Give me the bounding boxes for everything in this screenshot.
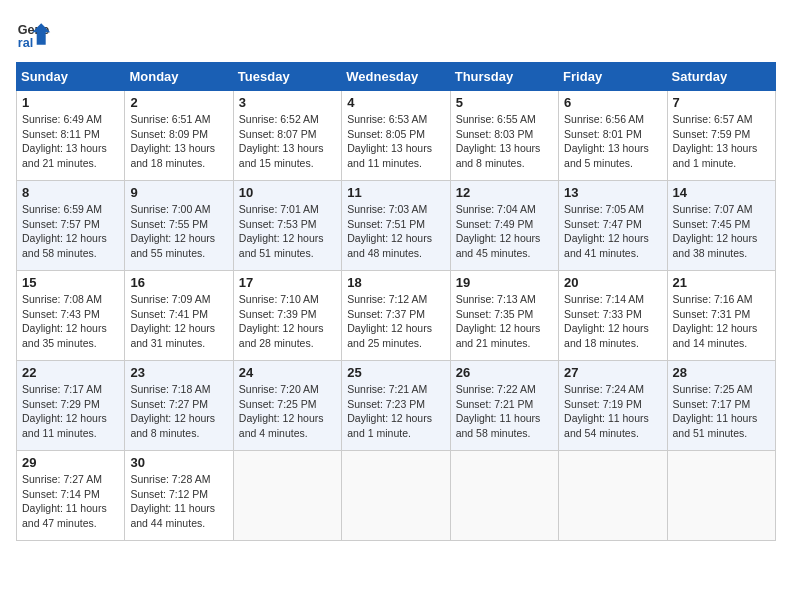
day-info: Sunrise: 6:53 AMSunset: 8:05 PMDaylight:… bbox=[347, 112, 444, 171]
calendar-cell: 7Sunrise: 6:57 AMSunset: 7:59 PMDaylight… bbox=[667, 91, 775, 181]
day-info: Sunrise: 7:21 AMSunset: 7:23 PMDaylight:… bbox=[347, 382, 444, 441]
day-number: 26 bbox=[456, 365, 553, 380]
day-number: 14 bbox=[673, 185, 770, 200]
day-info: Sunrise: 7:00 AMSunset: 7:55 PMDaylight:… bbox=[130, 202, 227, 261]
day-info: Sunrise: 7:01 AMSunset: 7:53 PMDaylight:… bbox=[239, 202, 336, 261]
day-number: 13 bbox=[564, 185, 661, 200]
calendar-cell: 17Sunrise: 7:10 AMSunset: 7:39 PMDayligh… bbox=[233, 271, 341, 361]
day-number: 21 bbox=[673, 275, 770, 290]
day-info: Sunrise: 7:28 AMSunset: 7:12 PMDaylight:… bbox=[130, 472, 227, 531]
day-number: 9 bbox=[130, 185, 227, 200]
day-info: Sunrise: 7:10 AMSunset: 7:39 PMDaylight:… bbox=[239, 292, 336, 351]
day-info: Sunrise: 7:16 AMSunset: 7:31 PMDaylight:… bbox=[673, 292, 770, 351]
day-number: 19 bbox=[456, 275, 553, 290]
day-info: Sunrise: 7:13 AMSunset: 7:35 PMDaylight:… bbox=[456, 292, 553, 351]
calendar-cell: 15Sunrise: 7:08 AMSunset: 7:43 PMDayligh… bbox=[17, 271, 125, 361]
day-info: Sunrise: 7:25 AMSunset: 7:17 PMDaylight:… bbox=[673, 382, 770, 441]
calendar-cell: 23Sunrise: 7:18 AMSunset: 7:27 PMDayligh… bbox=[125, 361, 233, 451]
day-number: 23 bbox=[130, 365, 227, 380]
day-number: 25 bbox=[347, 365, 444, 380]
day-number: 30 bbox=[130, 455, 227, 470]
day-info: Sunrise: 7:05 AMSunset: 7:47 PMDaylight:… bbox=[564, 202, 661, 261]
day-info: Sunrise: 6:52 AMSunset: 8:07 PMDaylight:… bbox=[239, 112, 336, 171]
day-info: Sunrise: 7:04 AMSunset: 7:49 PMDaylight:… bbox=[456, 202, 553, 261]
calendar-cell: 6Sunrise: 6:56 AMSunset: 8:01 PMDaylight… bbox=[559, 91, 667, 181]
calendar-cell: 21Sunrise: 7:16 AMSunset: 7:31 PMDayligh… bbox=[667, 271, 775, 361]
day-info: Sunrise: 7:03 AMSunset: 7:51 PMDaylight:… bbox=[347, 202, 444, 261]
day-info: Sunrise: 6:57 AMSunset: 7:59 PMDaylight:… bbox=[673, 112, 770, 171]
calendar-cell bbox=[342, 451, 450, 541]
calendar-cell: 12Sunrise: 7:04 AMSunset: 7:49 PMDayligh… bbox=[450, 181, 558, 271]
day-number: 4 bbox=[347, 95, 444, 110]
calendar-cell: 1Sunrise: 6:49 AMSunset: 8:11 PMDaylight… bbox=[17, 91, 125, 181]
day-number: 28 bbox=[673, 365, 770, 380]
day-info: Sunrise: 6:49 AMSunset: 8:11 PMDaylight:… bbox=[22, 112, 119, 171]
day-number: 11 bbox=[347, 185, 444, 200]
day-info: Sunrise: 6:59 AMSunset: 7:57 PMDaylight:… bbox=[22, 202, 119, 261]
calendar-cell: 10Sunrise: 7:01 AMSunset: 7:53 PMDayligh… bbox=[233, 181, 341, 271]
day-number: 8 bbox=[22, 185, 119, 200]
day-number: 5 bbox=[456, 95, 553, 110]
calendar-cell: 25Sunrise: 7:21 AMSunset: 7:23 PMDayligh… bbox=[342, 361, 450, 451]
day-info: Sunrise: 6:56 AMSunset: 8:01 PMDaylight:… bbox=[564, 112, 661, 171]
weekday-header-wednesday: Wednesday bbox=[342, 63, 450, 91]
calendar-cell: 18Sunrise: 7:12 AMSunset: 7:37 PMDayligh… bbox=[342, 271, 450, 361]
calendar-cell bbox=[559, 451, 667, 541]
day-number: 15 bbox=[22, 275, 119, 290]
day-info: Sunrise: 7:08 AMSunset: 7:43 PMDaylight:… bbox=[22, 292, 119, 351]
calendar-week-row: 8Sunrise: 6:59 AMSunset: 7:57 PMDaylight… bbox=[17, 181, 776, 271]
calendar-cell: 26Sunrise: 7:22 AMSunset: 7:21 PMDayligh… bbox=[450, 361, 558, 451]
weekday-header-tuesday: Tuesday bbox=[233, 63, 341, 91]
day-number: 29 bbox=[22, 455, 119, 470]
day-info: Sunrise: 6:55 AMSunset: 8:03 PMDaylight:… bbox=[456, 112, 553, 171]
day-info: Sunrise: 7:17 AMSunset: 7:29 PMDaylight:… bbox=[22, 382, 119, 441]
calendar-cell: 20Sunrise: 7:14 AMSunset: 7:33 PMDayligh… bbox=[559, 271, 667, 361]
day-number: 6 bbox=[564, 95, 661, 110]
weekday-header-sunday: Sunday bbox=[17, 63, 125, 91]
weekday-header-saturday: Saturday bbox=[667, 63, 775, 91]
day-number: 16 bbox=[130, 275, 227, 290]
calendar-cell: 4Sunrise: 6:53 AMSunset: 8:05 PMDaylight… bbox=[342, 91, 450, 181]
day-number: 22 bbox=[22, 365, 119, 380]
day-number: 7 bbox=[673, 95, 770, 110]
day-info: Sunrise: 6:51 AMSunset: 8:09 PMDaylight:… bbox=[130, 112, 227, 171]
page-header: Gene ral bbox=[16, 16, 776, 52]
calendar-cell: 5Sunrise: 6:55 AMSunset: 8:03 PMDaylight… bbox=[450, 91, 558, 181]
day-info: Sunrise: 7:14 AMSunset: 7:33 PMDaylight:… bbox=[564, 292, 661, 351]
day-number: 3 bbox=[239, 95, 336, 110]
calendar-table: SundayMondayTuesdayWednesdayThursdayFrid… bbox=[16, 62, 776, 541]
calendar-cell: 22Sunrise: 7:17 AMSunset: 7:29 PMDayligh… bbox=[17, 361, 125, 451]
day-number: 10 bbox=[239, 185, 336, 200]
day-number: 18 bbox=[347, 275, 444, 290]
day-number: 20 bbox=[564, 275, 661, 290]
calendar-cell: 28Sunrise: 7:25 AMSunset: 7:17 PMDayligh… bbox=[667, 361, 775, 451]
day-number: 2 bbox=[130, 95, 227, 110]
day-info: Sunrise: 7:07 AMSunset: 7:45 PMDaylight:… bbox=[673, 202, 770, 261]
logo-icon: Gene ral bbox=[16, 16, 52, 52]
calendar-cell: 3Sunrise: 6:52 AMSunset: 8:07 PMDaylight… bbox=[233, 91, 341, 181]
calendar-cell: 14Sunrise: 7:07 AMSunset: 7:45 PMDayligh… bbox=[667, 181, 775, 271]
calendar-week-row: 22Sunrise: 7:17 AMSunset: 7:29 PMDayligh… bbox=[17, 361, 776, 451]
calendar-week-row: 29Sunrise: 7:27 AMSunset: 7:14 PMDayligh… bbox=[17, 451, 776, 541]
day-number: 24 bbox=[239, 365, 336, 380]
day-info: Sunrise: 7:24 AMSunset: 7:19 PMDaylight:… bbox=[564, 382, 661, 441]
calendar-cell: 2Sunrise: 6:51 AMSunset: 8:09 PMDaylight… bbox=[125, 91, 233, 181]
day-info: Sunrise: 7:09 AMSunset: 7:41 PMDaylight:… bbox=[130, 292, 227, 351]
day-info: Sunrise: 7:20 AMSunset: 7:25 PMDaylight:… bbox=[239, 382, 336, 441]
calendar-cell: 27Sunrise: 7:24 AMSunset: 7:19 PMDayligh… bbox=[559, 361, 667, 451]
calendar-cell bbox=[233, 451, 341, 541]
day-info: Sunrise: 7:27 AMSunset: 7:14 PMDaylight:… bbox=[22, 472, 119, 531]
day-info: Sunrise: 7:18 AMSunset: 7:27 PMDaylight:… bbox=[130, 382, 227, 441]
day-number: 27 bbox=[564, 365, 661, 380]
weekday-header-thursday: Thursday bbox=[450, 63, 558, 91]
calendar-week-row: 15Sunrise: 7:08 AMSunset: 7:43 PMDayligh… bbox=[17, 271, 776, 361]
calendar-cell: 16Sunrise: 7:09 AMSunset: 7:41 PMDayligh… bbox=[125, 271, 233, 361]
calendar-cell bbox=[667, 451, 775, 541]
calendar-cell: 24Sunrise: 7:20 AMSunset: 7:25 PMDayligh… bbox=[233, 361, 341, 451]
calendar-cell: 29Sunrise: 7:27 AMSunset: 7:14 PMDayligh… bbox=[17, 451, 125, 541]
weekday-header-friday: Friday bbox=[559, 63, 667, 91]
calendar-cell: 13Sunrise: 7:05 AMSunset: 7:47 PMDayligh… bbox=[559, 181, 667, 271]
weekday-header-monday: Monday bbox=[125, 63, 233, 91]
calendar-cell: 9Sunrise: 7:00 AMSunset: 7:55 PMDaylight… bbox=[125, 181, 233, 271]
weekday-header-row: SundayMondayTuesdayWednesdayThursdayFrid… bbox=[17, 63, 776, 91]
